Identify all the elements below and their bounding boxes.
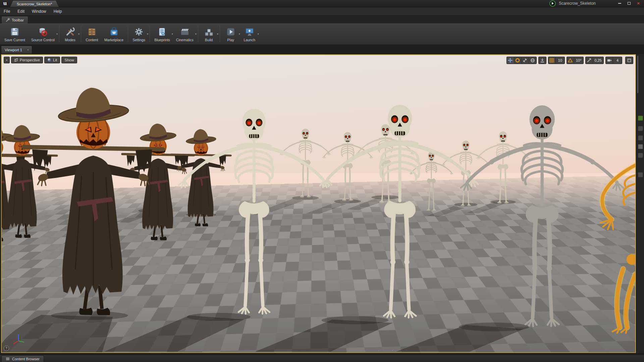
right-panel-strip	[637, 54, 644, 353]
unreal-logo-icon: u	[0, 0, 10, 7]
world-coordinate-button[interactable]	[529, 57, 536, 64]
scale-snap-icon	[587, 58, 591, 63]
camera-speed-button[interactable]	[606, 57, 613, 64]
toolbar-button-label: Cinematics	[176, 38, 194, 42]
play-button[interactable]: Play ▾	[221, 24, 240, 44]
grid-snap-value[interactable]: 10	[556, 57, 565, 64]
settings-button[interactable]: Settings ▾	[129, 24, 148, 44]
scale-snap-value[interactable]: 0,25	[593, 57, 603, 64]
rotation-snap-value[interactable]: 10°	[574, 57, 583, 64]
strip-scrollbar[interactable]	[637, 56, 638, 93]
cinematics-icon	[180, 27, 190, 37]
toolbar-separator	[150, 26, 150, 42]
toolbar-separator	[128, 26, 128, 42]
toolbar-button-label: Source Control	[31, 38, 55, 42]
toolbar-tab-row: Toolbar	[0, 15, 644, 23]
camera-speed-group: 4	[605, 57, 622, 64]
toolbar-button-label: Save Current	[4, 38, 25, 42]
dropdown-caret-icon[interactable]: ▾	[147, 33, 148, 36]
perspective-label: Perspective	[20, 58, 40, 62]
surface-snap-button[interactable]	[539, 57, 546, 64]
lit-mode-button[interactable]: Lit	[44, 57, 60, 63]
menu-bar: File Edit Window Help	[0, 7, 644, 15]
save-current-icon	[10, 27, 20, 37]
window-controls: ✕	[615, 0, 643, 7]
menu-file[interactable]: File	[0, 7, 14, 15]
modes-icon	[65, 27, 75, 37]
blueprints-button[interactable]: Blueprints ▾	[151, 24, 173, 44]
rotation-snap-group: 10°	[567, 57, 584, 64]
toolbar-tab-label: Toolbar	[12, 18, 24, 22]
launcher-badge-icon[interactable]	[549, 0, 556, 7]
content-browser-icon	[6, 357, 10, 361]
badge-triangle-icon	[552, 2, 554, 5]
viewport-toolbar-right: 10 10° 0,25 4	[506, 57, 633, 64]
menu-window[interactable]: Window	[28, 7, 50, 15]
dropdown-caret-icon[interactable]: ▾	[56, 33, 58, 36]
toolbar-button-label: Play	[227, 38, 234, 42]
title-bar: u Scarecrow_Skeleton* Scarecrow_Skeleton…	[0, 0, 644, 7]
scale-tool-button[interactable]	[522, 57, 529, 64]
launch-button[interactable]: Launch ▾	[240, 24, 259, 44]
dropdown-caret-icon[interactable]: ▾	[217, 33, 218, 36]
collapsed-panel-icon[interactable]	[638, 126, 643, 131]
dropdown-caret-icon[interactable]: ▾	[195, 33, 197, 36]
camera-speed-value[interactable]: 4	[613, 57, 622, 64]
dropdown-caret-icon[interactable]: ▾	[78, 33, 79, 36]
close-button[interactable]: ✕	[634, 0, 643, 7]
wrench-icon	[6, 18, 10, 22]
play-icon	[226, 27, 236, 37]
rotation-snap-toggle[interactable]	[567, 57, 574, 64]
save-current-button[interactable]: Save Current	[1, 24, 28, 44]
toolbar-tab[interactable]: Toolbar	[1, 16, 28, 23]
session-title: Scarecrow_Skeleton	[559, 1, 596, 6]
scale-snap-toggle[interactable]	[586, 57, 593, 64]
build-button[interactable]: Build ▾	[200, 24, 218, 44]
modes-button[interactable]: Modes ▾	[61, 24, 79, 44]
collapsed-panel-icon[interactable]	[638, 144, 643, 149]
launch-icon	[245, 27, 255, 37]
level-viewport[interactable]: ▼ Perspective Lit Show	[1, 54, 636, 353]
rotate-tool-button[interactable]	[514, 57, 522, 64]
viewport-options-button[interactable]: ▼	[4, 57, 10, 63]
dropdown-caret-icon[interactable]: ▾	[258, 33, 259, 36]
blueprints-icon	[157, 27, 167, 37]
collapsed-panel-icon[interactable]	[638, 172, 643, 177]
collapsed-panel-icon[interactable]	[638, 135, 643, 140]
viewport-3d-scene[interactable]: ▼ Perspective Lit Show	[2, 55, 635, 352]
viewport-overlay-toolbar: ▼ Perspective Lit Show	[4, 57, 633, 64]
globe-icon	[530, 58, 535, 63]
toolbar-button-label: Launch	[244, 38, 255, 42]
toolbar-separator	[59, 26, 59, 42]
toolbar-separator	[81, 26, 81, 42]
viewport-tab-caret-icon[interactable]: ▾	[28, 49, 29, 51]
translate-tool-button[interactable]	[507, 57, 514, 64]
content-button[interactable]: Content	[83, 24, 101, 44]
content-browser-label: Content Browser	[12, 357, 40, 361]
maximize-viewport-button[interactable]	[626, 57, 633, 64]
show-label: Show	[64, 58, 74, 62]
cinematics-button[interactable]: Cinematics ▾	[173, 24, 197, 44]
collapsed-panel-icon[interactable]	[638, 116, 643, 121]
grid-snap-toggle[interactable]	[548, 57, 556, 64]
viewport-tab[interactable]: Viewport 1 ▾	[1, 46, 32, 54]
bottom-bar: Content Browser	[0, 355, 644, 362]
minimize-button[interactable]	[615, 0, 624, 7]
menu-help[interactable]: Help	[50, 7, 66, 15]
restore-button[interactable]	[624, 0, 634, 7]
content-icon	[87, 27, 97, 37]
document-tab[interactable]: Scarecrow_Skeleton*	[10, 1, 59, 7]
collapsed-panel-icon[interactable]	[638, 153, 643, 158]
perspective-button[interactable]: Perspective	[11, 57, 43, 63]
marketplace-button[interactable]: Marketplace	[101, 24, 126, 44]
source-control-button[interactable]: Source Control ▾	[28, 24, 58, 44]
content-browser-tab[interactable]: Content Browser	[1, 355, 44, 362]
lit-sphere-icon	[47, 58, 51, 62]
toolbar-button-label: Content	[86, 38, 98, 42]
show-menu-button[interactable]: Show	[61, 57, 77, 63]
help-button[interactable]: ?	[4, 346, 9, 351]
document-tab-title: Scarecrow_Skeleton*	[17, 2, 52, 6]
toolbar-button-label: Blueprints	[154, 38, 170, 42]
rotate-icon	[515, 58, 520, 63]
menu-edit[interactable]: Edit	[14, 7, 28, 15]
